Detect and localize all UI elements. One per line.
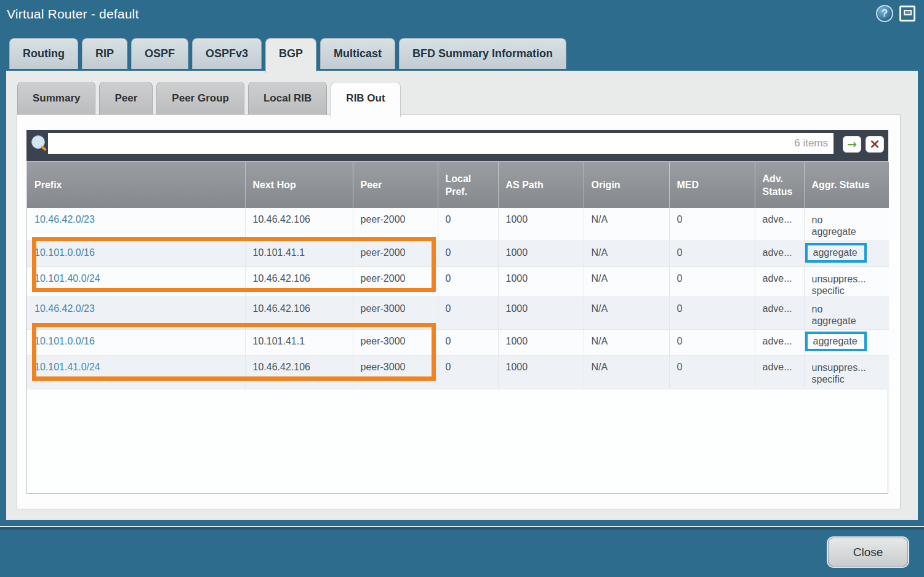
local-pref-cell: 0 (438, 296, 498, 329)
as-path-cell: 1000 (498, 355, 584, 389)
local-pref-cell: 0 (438, 241, 498, 266)
aggr-status-cell: aggregate (804, 241, 889, 266)
as-path-cell: 1000 (498, 329, 584, 355)
bgp-sub-tab-bar: Summary Peer Peer Group Local RIB RIB Ou… (17, 82, 401, 117)
origin-cell: N/A (584, 355, 669, 389)
items-count-label: 6 items (794, 137, 834, 149)
col-header-prefix[interactable]: Prefix (27, 162, 245, 208)
next-hop-cell: 10.46.42.106 (245, 266, 353, 296)
table-row[interactable]: 10.101.40.0/24 10.46.42.106 peer-2000 0 … (27, 266, 889, 296)
prefix-cell[interactable]: 10.46.42.0/23 (27, 296, 245, 329)
subtab-rib-out[interactable]: RIB Out (331, 82, 400, 117)
col-header-peer[interactable]: Peer (353, 162, 438, 208)
peer-cell: peer-3000 (353, 329, 438, 355)
col-header-origin[interactable]: Origin (584, 162, 669, 208)
prefix-cell[interactable]: 10.101.40.0/24 (27, 266, 245, 296)
local-pref-cell: 0 (438, 208, 498, 241)
med-cell: 0 (669, 241, 755, 266)
tab-routing[interactable]: Routing (9, 38, 78, 69)
subtab-local-rib[interactable]: Local RIB (248, 82, 327, 114)
med-cell: 0 (669, 355, 755, 389)
clear-filter-button[interactable]: × (866, 136, 884, 153)
origin-cell: N/A (584, 296, 669, 329)
local-pref-cell: 0 (438, 329, 498, 355)
table-header-row: Prefix Next Hop Peer LocalPref. AS Path … (27, 162, 889, 208)
table-row[interactable]: 10.101.41.0/24 10.46.42.106 peer-3000 0 … (27, 355, 889, 389)
col-header-adv-status[interactable]: Adv.Status (755, 162, 804, 208)
origin-cell: N/A (584, 266, 669, 296)
popout-window-pane (904, 10, 912, 15)
dialog-title: Virtual Router - default (7, 7, 139, 22)
tab-ospf[interactable]: OSPF (131, 38, 188, 69)
adv-status-cell: adve... (755, 355, 804, 389)
local-pref-cell: 0 (438, 355, 498, 389)
col-header-next-hop[interactable]: Next Hop (245, 162, 353, 208)
peer-cell: peer-3000 (353, 296, 438, 329)
rib-out-table: Prefix Next Hop Peer LocalPref. AS Path … (26, 161, 888, 494)
col-header-aggr-status[interactable]: Aggr. Status (804, 162, 889, 208)
aggr-status-cell: aggregate (804, 329, 889, 355)
popout-window-icon[interactable] (899, 6, 915, 22)
origin-cell: N/A (584, 208, 669, 241)
search-input-wrap: 6 items (48, 133, 834, 154)
tab-multicast[interactable]: Multicast (320, 38, 395, 69)
prefix-cell[interactable]: 10.46.42.0/23 (27, 208, 245, 241)
aggr-status-cell: unsuppres...specific (804, 355, 889, 389)
peer-cell: peer-2000 (353, 241, 438, 266)
as-path-cell: 1000 (498, 208, 584, 241)
adv-status-cell: adve... (755, 329, 804, 355)
subtab-peer-group[interactable]: Peer Group (156, 82, 244, 114)
prefix-cell[interactable]: 10.101.41.0/24 (27, 355, 245, 389)
col-header-local-pref[interactable]: LocalPref. (438, 162, 498, 208)
as-path-cell: 1000 (498, 241, 584, 266)
local-pref-cell: 0 (438, 266, 498, 296)
subtab-summary[interactable]: Summary (17, 82, 95, 114)
adv-status-cell: adve... (755, 208, 804, 241)
close-button[interactable]: Close (828, 538, 908, 567)
table-row[interactable]: 10.101.0.0/16 10.101.41.1 peer-3000 0 10… (27, 329, 889, 355)
aggr-status-cell: noaggregate (804, 208, 889, 241)
med-cell: 0 (669, 266, 755, 296)
peer-cell: peer-2000 (353, 208, 438, 241)
aggregate-highlight-box: aggregate (805, 243, 867, 263)
med-cell: 0 (669, 208, 755, 241)
filter-bar: 6 items → × (26, 130, 888, 161)
search-input[interactable] (48, 133, 794, 154)
prefix-cell[interactable]: 10.101.0.0/16 (27, 329, 245, 355)
origin-cell: N/A (584, 329, 669, 355)
aggr-status-cell: unsuppres...specific (804, 266, 889, 296)
origin-cell: N/A (584, 241, 669, 266)
table-row[interactable]: 10.46.42.0/23 10.46.42.106 peer-2000 0 1… (27, 208, 889, 241)
search-icon (31, 135, 45, 149)
prefix-cell[interactable]: 10.101.0.0/16 (27, 241, 245, 266)
med-cell: 0 (669, 329, 755, 355)
next-hop-cell: 10.46.42.106 (245, 355, 353, 389)
tab-bgp[interactable]: BGP (265, 38, 316, 73)
tab-bfd-summary[interactable]: BFD Summary Information (399, 38, 566, 69)
adv-status-cell: adve... (755, 266, 804, 296)
help-icon[interactable]: ? (876, 5, 893, 22)
adv-status-cell: adve... (755, 296, 804, 329)
col-header-as-path[interactable]: AS Path (498, 162, 584, 208)
peer-cell: peer-3000 (353, 355, 438, 389)
main-tab-bar: Routing RIP OSPF OSPFv3 BGP Multicast BF… (9, 38, 566, 73)
table-row[interactable]: 10.46.42.0/23 10.46.42.106 peer-3000 0 1… (27, 296, 889, 329)
med-cell: 0 (669, 296, 755, 329)
aggregate-highlight-box: aggregate (805, 332, 867, 351)
adv-status-cell: adve... (755, 241, 804, 266)
apply-filter-button[interactable]: → (843, 136, 861, 153)
aggr-status-cell: noaggregate (804, 296, 889, 329)
as-path-cell: 1000 (498, 266, 584, 296)
peer-cell: peer-2000 (353, 266, 438, 296)
next-hop-cell: 10.46.42.106 (245, 208, 353, 241)
tab-ospfv3[interactable]: OSPFv3 (192, 38, 262, 69)
footer-divider-shadow (0, 527, 924, 530)
next-hop-cell: 10.101.41.1 (245, 241, 353, 266)
col-header-med[interactable]: MED (669, 162, 755, 208)
next-hop-cell: 10.46.42.106 (245, 296, 353, 329)
as-path-cell: 1000 (498, 296, 584, 329)
subtab-peer[interactable]: Peer (99, 82, 153, 114)
table-row[interactable]: 10.101.0.0/16 10.101.41.1 peer-2000 0 10… (27, 241, 889, 266)
tab-rip[interactable]: RIP (82, 38, 127, 69)
next-hop-cell: 10.101.41.1 (245, 329, 353, 355)
